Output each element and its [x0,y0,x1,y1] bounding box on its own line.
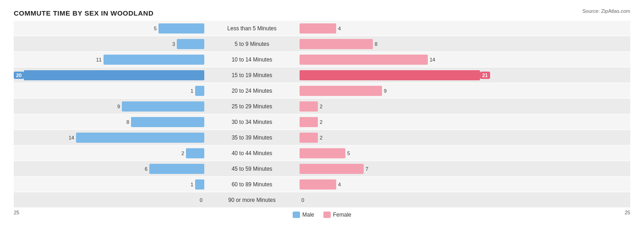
chart-row: 090 or more Minutes0 [14,192,630,207]
female-bar-section: 2 [298,114,490,129]
row-label: 10 to 14 Minutes [206,56,298,63]
female-value: 2 [320,119,329,125]
female-bar [300,70,480,80]
chart-row: 240 to 44 Minutes5 [14,145,630,161]
male-bar [104,55,204,65]
male-bar [186,148,204,158]
chart-row: 830 to 34 Minutes2 [14,114,630,129]
male-bar-section: 1 [14,83,206,98]
female-bar [300,179,336,190]
female-bar [300,117,318,127]
male-bar [195,179,204,190]
source-text: Source: ZipAtlas.com [582,8,630,14]
male-bar [158,23,204,33]
row-label: 25 to 29 Minutes [206,103,298,110]
row-label: 60 to 89 Minutes [206,181,298,188]
male-bar-section: 20 [14,67,206,83]
male-bar [76,133,204,143]
male-bar [24,70,204,80]
chart-row: 35 to 9 Minutes8 [14,36,630,51]
male-value: 3 [166,41,175,47]
row-label: 30 to 34 Minutes [206,119,298,125]
female-value: 9 [384,88,393,94]
male-value: 20 [14,72,24,79]
female-bar-section: 5 [298,145,490,161]
female-bar-section: 9 [298,83,490,98]
female-bar [300,55,428,65]
male-bar-section: 14 [14,130,206,145]
chart-container: COMMUTE TIME BY SEX IN WOODLAND Source: … [0,0,644,240]
female-bar [300,133,318,143]
row-label: 5 to 9 Minutes [206,41,298,47]
row-label: 35 to 39 Minutes [206,134,298,141]
male-bar [131,117,204,127]
male-value: 1 [184,88,193,94]
female-value: 0 [301,197,311,203]
female-bar [300,148,345,158]
male-value: 5 [147,26,157,31]
male-bar-section: 0 [14,192,206,207]
female-value: 4 [338,182,347,187]
male-bar-section: 11 [14,52,206,67]
female-bar-section: 7 [298,161,490,176]
chart-row: 645 to 59 Minutes7 [14,161,630,176]
male-bar-section: 1 [14,177,206,192]
female-value: 14 [430,57,439,62]
male-bar [195,86,204,96]
chart-row: 160 to 89 Minutes4 [14,177,630,192]
chart-row: 925 to 29 Minutes2 [14,99,630,114]
male-bar-section: 2 [14,145,206,161]
legend-female: Female [323,212,351,218]
male-value: 2 [175,151,184,156]
row-label: Less than 5 Minutes [206,25,298,32]
chart-row: 5Less than 5 Minutes4 [14,21,630,36]
male-bar [177,39,204,49]
female-bar-section: 4 [298,177,490,192]
male-bar-section: 8 [14,114,206,129]
chart-row: 1435 to 39 Minutes2 [14,130,630,145]
female-bar-section: 0 [298,192,490,207]
chart-row: 1110 to 14 Minutes14 [14,52,630,67]
axis-right-label: 25 [625,210,630,218]
female-bar-section: 14 [298,52,490,67]
male-value: 9 [111,104,120,109]
male-value: 1 [184,182,193,187]
female-bar [300,39,373,49]
male-value: 6 [138,166,147,172]
female-value: 2 [320,104,329,109]
male-bar-section: 6 [14,161,206,176]
chart-row: 2015 to 19 Minutes21 [14,67,630,83]
legend-male-label: Male [302,212,314,218]
male-bar [149,164,204,174]
female-bar-section: 2 [298,130,490,145]
female-value: 7 [366,166,375,172]
male-value: 14 [65,135,74,140]
chart-title: COMMUTE TIME BY SEX IN WOODLAND [14,9,630,17]
legend-female-box [323,212,331,218]
female-value: 21 [480,72,490,79]
male-bar [122,101,204,112]
male-bar-section: 3 [14,36,206,51]
female-bar-section: 8 [298,36,490,51]
male-value: 11 [93,57,102,62]
female-bar-section: 2 [298,99,490,114]
female-value: 5 [347,151,356,156]
row-label: 90 or more Minutes [206,197,298,203]
female-value: 2 [320,135,329,140]
female-bar [300,86,382,96]
female-bar-section: 21 [298,67,490,83]
legend: Male Female [293,212,351,218]
row-label: 20 to 24 Minutes [206,88,298,94]
legend-male: Male [293,212,314,218]
female-bar [300,101,318,112]
chart-row: 120 to 24 Minutes9 [14,83,630,98]
male-bar-section: 5 [14,21,206,36]
male-bar-section: 9 [14,99,206,114]
female-bar [300,164,364,174]
legend-female-label: Female [333,212,351,218]
row-label: 15 to 19 Minutes [206,72,298,78]
female-bar-section: 4 [298,21,490,36]
female-bar [300,23,336,33]
chart-area: 5Less than 5 Minutes435 to 9 Minutes8111… [14,21,630,209]
axis-left-label: 25 [14,210,19,218]
